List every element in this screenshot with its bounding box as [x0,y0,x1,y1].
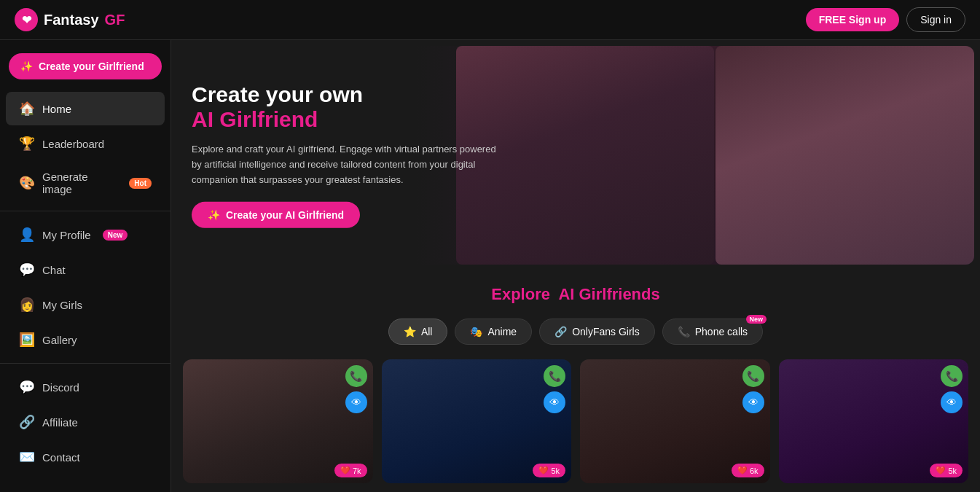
sidebar-item-discord[interactable]: 💬 Discord [6,370,165,404]
create-girlfriend-button[interactable]: ✨ Create your Girlfriend [9,53,162,79]
sidebar-item-generate-image[interactable]: 🎨 Generate image Hot [6,162,165,204]
view-button-2[interactable]: 👁 [544,391,565,413]
tab-anime-label: Anime [487,326,517,337]
profile-icon: 👤 [19,227,34,243]
create-ai-label: Create your AI Girlfriend [226,209,344,221]
hero-content: Create your own AI Girlfriend Explore an… [192,82,630,228]
card-2-likes: ❤️ 5k [533,464,565,477]
card-1-actions: 📞 👁 [345,365,367,413]
hero-image-2 [716,46,974,265]
sidebar-item-my-profile[interactable]: 👤 My Profile New [6,218,165,251]
topnav: ❤ FantasyGF FREE Sign up Sign in [0,0,980,40]
chat-icon: 💬 [19,262,34,278]
new-badge-profile: New [103,230,128,241]
sidebar-label-leaderboard: Leaderboard [42,138,104,150]
sidebar-label-contact: Contact [42,451,80,464]
girl-card-2[interactable]: 📞 👁 ❤️ 5k [382,359,572,483]
girl-card-4[interactable]: 📞 👁 ❤️ 5k [779,359,969,483]
tab-all[interactable]: ⭐ All [388,319,448,345]
main-content: Create your own AI Girlfriend Explore an… [171,40,980,492]
tab-onlyfans[interactable]: 🔗 OnlyFans Girls [539,319,655,345]
signup-button[interactable]: FREE Sign up [806,8,900,31]
generate-image-icon: 🎨 [19,175,34,191]
sidebar-item-affiliate[interactable]: 🔗 Affiliate [6,405,165,439]
sidebar-label-affiliate: Affiliate [42,416,78,429]
wand-icon-hero: ✨ [208,209,220,221]
tab-new-badge: New [746,315,767,324]
logo[interactable]: ❤ FantasyGF [15,8,125,31]
card-2-actions: 📞 👁 [544,365,565,413]
card-3-actions: 📞 👁 [742,365,764,413]
explore-title: Explore AI Girlfriends [183,285,968,304]
sidebar-item-leaderboard[interactable]: 🏆 Leaderboard [6,127,165,160]
likes-count-2: 5k [551,466,560,475]
logo-icon: ❤ [15,8,38,31]
sidebar: ✨ Create your Girlfriend 🏠 Home 🏆 Leader… [0,40,171,492]
call-button-2[interactable]: 📞 [544,365,565,387]
view-button-3[interactable]: 👁 [742,391,764,413]
hero-banner: Create your own AI Girlfriend Explore an… [177,46,974,265]
view-button-4[interactable]: 👁 [941,391,963,413]
sidebar-item-my-girls[interactable]: 👩 My Girls [6,288,165,321]
sidebar-divider-1 [0,211,170,211]
sidebar-label-my-girls: My Girls [42,299,82,311]
view-button-1[interactable]: 👁 [345,391,367,413]
gallery-icon: 🖼️ [19,332,34,348]
onlyfans-icon: 🔗 [554,326,567,337]
nav-right: FREE Sign up Sign in [806,7,965,32]
wand-icon: ✨ [20,60,33,72]
tab-all-label: All [421,326,433,337]
anime-icon: 🎭 [470,326,482,337]
create-ai-girlfriend-button[interactable]: ✨ Create your AI Girlfriend [192,202,360,228]
girl-card-3[interactable]: 📞 👁 ❤️ 6k [580,359,770,483]
sidebar-divider-2 [0,363,170,364]
sidebar-label-generate-image: Generate image [42,171,117,195]
sidebar-item-contact[interactable]: ✉️ Contact [6,440,165,474]
logo-text-gf: GF [105,12,125,28]
likes-count-4: 5k [948,466,957,475]
tab-phone-calls-label: Phone calls [695,326,748,337]
heart-icon-2: ❤️ [538,466,549,475]
sidebar-item-chat[interactable]: 💬 Chat [6,253,165,286]
create-girlfriend-label: Create your Girlfriend [39,60,144,72]
tab-anime[interactable]: 🎭 Anime [455,319,532,345]
sidebar-label-gallery: Gallery [42,334,77,346]
card-4-actions: 📞 👁 [941,365,963,413]
heart-icon-3: ❤️ [737,466,748,475]
explore-title-colored: AI Girlfriends [558,285,659,303]
sidebar-label-discord: Discord [42,381,79,394]
call-button-4[interactable]: 📞 [941,365,963,387]
likes-count-1: 7k [353,466,361,475]
sidebar-label-home: Home [42,103,71,115]
sidebar-item-home[interactable]: 🏠 Home [6,92,165,125]
girl-card-1[interactable]: 📞 👁 ❤️ 7k [183,359,373,483]
discord-icon: 💬 [19,379,34,395]
affiliate-icon: 🔗 [19,414,34,430]
explore-section: Explore AI Girlfriends ⭐ All 🎭 Anime 🔗 O… [171,270,980,492]
hero-description: Explore and craft your AI girlfriend. En… [192,142,498,187]
call-button-1[interactable]: 📞 [345,365,367,387]
heart-icon-4: ❤️ [936,466,946,475]
phone-icon: 📞 [678,326,690,337]
card-4-likes: ❤️ 5k [930,464,963,477]
card-1-likes: ❤️ 7k [334,464,367,477]
hot-badge: Hot [129,178,152,189]
hero-title-line1: Create your own [192,82,630,107]
sidebar-item-gallery[interactable]: 🖼️ Gallery [6,323,165,356]
contact-icon: ✉️ [19,449,34,465]
hero-title-line2: AI Girlfriend [192,107,630,132]
logo-text-fantasy: Fantasy [44,12,99,28]
heart-icon-1: ❤️ [340,466,350,475]
filter-tabs: ⭐ All 🎭 Anime 🔗 OnlyFans Girls 📞 Phone c… [183,319,968,345]
tab-phone-calls[interactable]: 📞 Phone calls New [662,319,763,345]
home-icon: 🏠 [19,101,34,117]
card-3-likes: ❤️ 6k [732,464,764,477]
girl-cards-grid: 📞 👁 ❤️ 7k 📞 👁 ❤️ [183,359,968,483]
likes-count-3: 6k [750,466,758,475]
signin-button[interactable]: Sign in [906,7,965,32]
star-icon: ⭐ [404,326,416,337]
sidebar-label-chat: Chat [42,264,66,276]
sidebar-label-my-profile: My Profile [42,229,91,241]
call-button-3[interactable]: 📞 [742,365,764,387]
leaderboard-icon: 🏆 [19,136,34,152]
